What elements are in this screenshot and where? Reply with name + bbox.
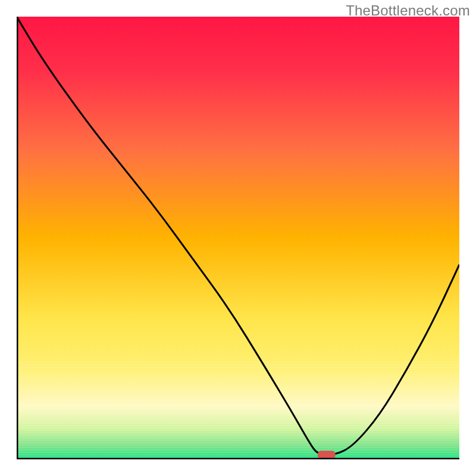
svg-rect-39 bbox=[17, 457, 459, 458]
watermark-label: TheBottleneck.com bbox=[346, 2, 470, 19]
svg-rect-38 bbox=[17, 455, 459, 455]
optimal-marker bbox=[318, 451, 336, 459]
svg-rect-17 bbox=[17, 403, 459, 404]
svg-rect-2 bbox=[17, 367, 459, 368]
svg-rect-36 bbox=[17, 450, 459, 450]
svg-rect-4 bbox=[17, 372, 459, 372]
svg-rect-28 bbox=[17, 430, 459, 431]
svg-rect-34 bbox=[17, 444, 459, 445]
svg-rect-5 bbox=[17, 374, 459, 375]
svg-rect-3 bbox=[17, 369, 459, 370]
svg-rect-15 bbox=[17, 399, 459, 399]
svg-rect-32 bbox=[17, 440, 459, 440]
svg-rect-10 bbox=[17, 386, 459, 387]
svg-rect-27 bbox=[17, 428, 459, 428]
svg-rect-1 bbox=[17, 364, 459, 365]
svg-rect-0 bbox=[17, 362, 459, 362]
svg-rect-23 bbox=[17, 418, 459, 418]
svg-rect-31 bbox=[17, 437, 459, 438]
svg-rect-19 bbox=[17, 408, 459, 409]
svg-rect-9 bbox=[17, 384, 459, 384]
svg-rect-18 bbox=[17, 406, 459, 406]
svg-rect-11 bbox=[17, 389, 459, 389]
svg-rect-35 bbox=[17, 447, 459, 448]
svg-rect-30 bbox=[17, 435, 459, 436]
svg-rect-26 bbox=[17, 425, 459, 426]
svg-rect-16 bbox=[17, 401, 459, 402]
svg-rect-14 bbox=[17, 396, 459, 397]
svg-rect-22 bbox=[17, 415, 459, 416]
svg-rect-20 bbox=[17, 411, 459, 411]
svg-rect-37 bbox=[17, 452, 459, 453]
svg-rect-6 bbox=[17, 377, 459, 377]
chart-container: TheBottleneck.com bbox=[0, 0, 476, 476]
svg-rect-8 bbox=[17, 381, 459, 382]
chart-area bbox=[17, 17, 459, 459]
chart-svg bbox=[17, 17, 459, 459]
svg-rect-24 bbox=[17, 421, 459, 421]
svg-rect-29 bbox=[17, 433, 459, 433]
svg-rect-7 bbox=[17, 379, 459, 380]
svg-rect-33 bbox=[17, 442, 459, 443]
svg-rect-21 bbox=[17, 413, 459, 414]
svg-rect-25 bbox=[17, 423, 459, 424]
